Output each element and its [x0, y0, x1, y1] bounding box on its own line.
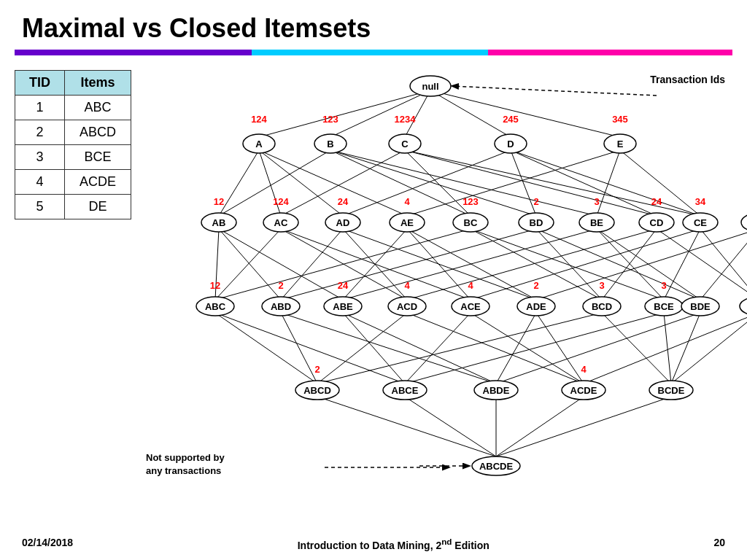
footer: 02/14/2018 Introduction to Data Mining, …	[0, 537, 747, 551]
svg-text:245: 245	[503, 114, 519, 125]
svg-line-71	[671, 313, 700, 384]
svg-line-74	[317, 397, 496, 456]
footer-page: 20	[713, 537, 725, 551]
tid-table: TID Items 1ABC2ABCD3BCE4ACDE5DE	[15, 70, 131, 219]
page-title: Maximal vs Closed Itemsets	[0, 0, 747, 50]
svg-text:BDE: BDE	[690, 301, 711, 312]
svg-text:AD: AD	[336, 217, 350, 228]
svg-text:3: 3	[599, 280, 604, 291]
col-header-tid: TID	[15, 71, 65, 96]
svg-line-59	[343, 313, 496, 384]
svg-line-64	[496, 313, 536, 384]
svg-text:C: C	[401, 139, 409, 149]
svg-text:3: 3	[594, 196, 599, 207]
svg-line-77	[496, 397, 584, 456]
svg-line-7	[259, 150, 343, 216]
svg-line-56	[281, 313, 317, 384]
svg-text:12: 12	[210, 280, 220, 291]
footer-date: 02/14/2018	[22, 537, 73, 551]
svg-text:123: 123	[322, 114, 338, 125]
svg-text:2: 2	[533, 280, 538, 291]
svg-line-34	[407, 229, 471, 300]
svg-line-79	[452, 86, 657, 96]
svg-text:BCDE: BCDE	[658, 385, 685, 396]
lattice-container: Transaction Ids	[146, 66, 732, 521]
footer-citation: Introduction to Data Mining, 2nd Edition	[298, 537, 489, 551]
svg-text:ABE: ABE	[333, 301, 353, 312]
svg-line-15	[405, 150, 657, 216]
svg-line-4	[430, 90, 620, 137]
svg-text:12: 12	[214, 196, 224, 207]
svg-text:4: 4	[468, 280, 473, 291]
table-row: 2ABCD	[15, 120, 131, 145]
svg-text:ABDE: ABDE	[483, 385, 510, 396]
svg-line-73	[671, 313, 747, 384]
svg-point-126	[741, 213, 747, 232]
col-header-items: Items	[64, 71, 131, 96]
svg-text:ABCE: ABCE	[392, 385, 419, 396]
svg-text:24: 24	[338, 196, 349, 207]
table-row: 3BCE	[15, 145, 131, 170]
svg-text:B: B	[327, 139, 333, 149]
svg-text:CD: CD	[650, 217, 664, 228]
svg-text:A: A	[255, 139, 263, 149]
svg-text:2: 2	[533, 196, 538, 207]
svg-line-25	[219, 229, 281, 300]
svg-text:24: 24	[338, 280, 349, 291]
svg-text:345: 345	[612, 114, 628, 125]
svg-line-49	[664, 229, 700, 300]
svg-line-66	[317, 313, 602, 384]
svg-line-27	[215, 229, 281, 300]
svg-text:ACDE: ACDE	[570, 385, 597, 396]
svg-line-75	[405, 397, 496, 456]
svg-text:ABCD: ABCD	[303, 385, 331, 396]
svg-text:ABCDE: ABCDE	[479, 461, 514, 472]
svg-line-3	[430, 90, 511, 137]
svg-line-11	[330, 150, 536, 216]
svg-text:4: 4	[404, 196, 410, 207]
svg-line-61	[407, 313, 584, 384]
svg-line-21	[597, 150, 620, 216]
svg-text:34: 34	[695, 196, 706, 207]
svg-text:BC: BC	[464, 217, 478, 228]
svg-text:AB: AB	[212, 217, 226, 228]
svg-line-20	[407, 150, 620, 216]
svg-line-67	[602, 313, 671, 384]
not-supported-label: Not supported byany transactions	[146, 451, 225, 478]
lattice-svg: null 124 123 1234 245 345 A B C D E 12 1…	[146, 66, 715, 518]
svg-text:3: 3	[661, 280, 666, 291]
svg-line-38	[471, 229, 664, 300]
svg-text:2: 2	[314, 364, 320, 375]
svg-text:D: D	[507, 139, 514, 149]
svg-text:AE: AE	[400, 217, 414, 228]
tid-table-container: TID Items 1ABC2ABCD3BCE4ACDE5DE	[15, 63, 131, 521]
svg-text:ADE: ADE	[526, 301, 546, 312]
svg-line-78	[496, 397, 671, 456]
svg-text:124: 124	[273, 196, 289, 207]
color-bar	[15, 50, 732, 55]
svg-text:ACD: ACD	[397, 301, 417, 312]
svg-text:4: 4	[581, 364, 587, 375]
svg-text:null: null	[422, 81, 438, 92]
svg-line-57	[281, 313, 496, 384]
svg-text:BCD: BCD	[592, 301, 612, 312]
svg-text:123: 123	[462, 196, 479, 207]
svg-text:4: 4	[404, 280, 410, 291]
svg-text:AC: AC	[274, 217, 288, 228]
svg-text:2: 2	[278, 280, 283, 291]
svg-text:ABC: ABC	[205, 301, 226, 312]
table-row: 5DE	[15, 195, 131, 219]
svg-line-17	[343, 150, 511, 216]
svg-line-47	[657, 229, 747, 300]
svg-text:124: 124	[251, 114, 267, 125]
svg-line-29	[281, 229, 471, 300]
svg-line-68	[405, 313, 664, 384]
svg-text:BCE: BCE	[654, 301, 674, 312]
table-row: 1ABC	[15, 96, 131, 120]
svg-text:E: E	[617, 139, 624, 149]
svg-text:24: 24	[651, 196, 662, 207]
svg-line-58	[343, 313, 405, 384]
svg-text:CE: CE	[694, 217, 707, 228]
svg-line-30	[281, 229, 343, 300]
table-row: 4ACDE	[15, 170, 131, 195]
